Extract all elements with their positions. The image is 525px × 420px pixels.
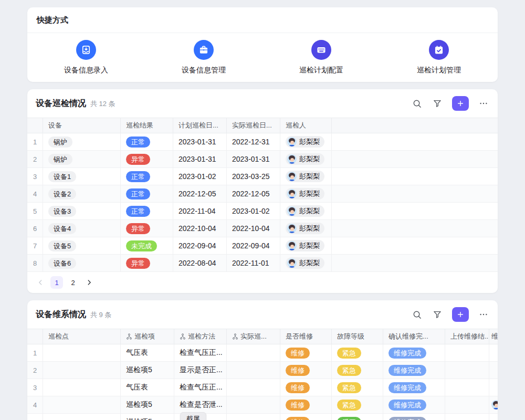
search-icon[interactable] (411, 98, 423, 109)
confirm-button[interactable]: 维修完成 (388, 365, 426, 376)
point-cell[interactable] (43, 396, 121, 413)
shortcut-device-entry[interactable]: 设备信息录入 (27, 40, 145, 75)
chevron-left-icon[interactable] (34, 276, 47, 289)
extra-cell[interactable] (489, 414, 498, 420)
table-row[interactable]: 5 设备3 正常 2022-11-04 2023-01-02 彭梨梨 (27, 203, 498, 220)
actual-cell[interactable] (227, 379, 280, 396)
column-header-item[interactable]: 巡检项 (121, 329, 174, 344)
point-cell[interactable] (43, 414, 121, 420)
person-chip[interactable]: 彭梨梨 (286, 257, 324, 269)
actual-date[interactable]: 2023-01-31 (227, 151, 280, 167)
table-row[interactable]: 2 锅炉 异常 2023-01-31 2023-01-31 彭梨梨 (27, 151, 498, 168)
repair-badge[interactable]: 维修 (286, 417, 310, 420)
extra-cell[interactable] (489, 396, 498, 413)
upload-cell[interactable] (445, 379, 489, 396)
column-header-confirm[interactable]: 确认维修完... (383, 329, 445, 344)
add-record-button[interactable] (452, 307, 469, 322)
upload-cell[interactable] (445, 396, 489, 413)
planned-date[interactable]: 2022-10-04 (173, 220, 227, 237)
repair-badge[interactable]: 维修 (286, 348, 310, 359)
planned-date[interactable]: 2023-01-31 (173, 133, 227, 150)
column-header-extra[interactable]: 维... (489, 329, 498, 344)
actual-date[interactable]: 2023-03-25 (227, 168, 280, 185)
actual-cell[interactable] (227, 362, 280, 379)
shortcut-plan-manage[interactable]: 巡检计划管理 (380, 40, 498, 75)
extra-cell[interactable] (489, 344, 498, 361)
item-cell[interactable]: 气压表 (121, 344, 174, 361)
person-chip[interactable]: 彭梨梨 (286, 153, 324, 165)
result-badge[interactable]: 正常 (126, 136, 150, 148)
level-badge[interactable]: 紧急 (337, 348, 361, 359)
device-tag[interactable]: 锅炉 (48, 136, 72, 148)
extra-cell[interactable] (489, 379, 498, 396)
table-row[interactable]: 7 设备5 未完成 2022-09-04 2022-09-04 彭梨梨 (27, 237, 498, 255)
planned-date[interactable]: 2022-08-04 (173, 255, 227, 271)
shortcut-device-manage[interactable]: 设备信息管理 (145, 40, 262, 75)
device-tag[interactable]: 设备1 (48, 171, 76, 182)
column-header-person[interactable]: 巡检人 (280, 118, 332, 133)
table-row[interactable]: 8 设备6 异常 2022-08-04 2022-11-01 彭梨梨 (27, 255, 498, 272)
person-chip[interactable]: 彭梨梨 (286, 205, 324, 217)
device-tag[interactable]: 设备4 (48, 223, 76, 234)
column-header-upload[interactable]: 上传维修结... (445, 329, 489, 344)
person-chip[interactable]: 彭梨梨 (286, 223, 324, 234)
method-cell[interactable]: 检查气压正... (174, 379, 227, 396)
repair-badge[interactable]: 维修 (286, 400, 310, 411)
actual-date[interactable]: 2023-01-02 (227, 203, 280, 219)
planned-date[interactable]: 2023-01-31 (173, 151, 227, 167)
column-header-point[interactable]: 巡检点 (43, 329, 121, 344)
person-chip[interactable]: 彭梨梨 (286, 188, 324, 200)
upload-cell[interactable] (445, 414, 489, 420)
table-row[interactable]: 6 设备4 异常 2022-10-04 2022-10-04 彭梨梨 (27, 220, 498, 237)
repair-badge[interactable]: 维修 (286, 365, 310, 376)
actual-date[interactable]: 2022-10-04 (227, 220, 280, 237)
table-row[interactable]: 5 巡检项5 显... 维修 重要 维修完成 (27, 414, 498, 420)
chevron-right-icon[interactable] (83, 276, 96, 289)
device-tag[interactable]: 锅炉 (48, 154, 72, 165)
point-cell[interactable] (43, 344, 121, 361)
actual-cell[interactable] (227, 344, 280, 361)
actual-cell[interactable] (227, 414, 280, 420)
table-row[interactable]: 1 锅炉 正常 2023-01-31 2022-12-31 彭梨梨 (27, 133, 498, 151)
actual-cell[interactable] (227, 396, 280, 413)
confirm-button[interactable]: 维修完成 (388, 417, 426, 420)
level-badge[interactable]: 重要 (337, 417, 361, 420)
column-header-method[interactable]: 巡检方法 (174, 329, 227, 344)
level-badge[interactable]: 紧急 (337, 400, 361, 411)
point-cell[interactable] (43, 362, 121, 379)
column-header-level[interactable]: 故障等级 (332, 329, 383, 344)
item-cell[interactable]: 巡检项5 (121, 362, 174, 379)
table-row[interactable]: 3 气压表 检查气压正... 维修 紧急 维修完成 (27, 379, 498, 396)
actual-date[interactable]: 2022-12-05 (227, 185, 280, 202)
upload-cell[interactable] (445, 362, 489, 379)
page-button-2[interactable]: 2 (67, 276, 79, 289)
planned-date[interactable]: 2022-11-04 (173, 203, 227, 219)
method-cell[interactable]: 检查是否泄... (174, 396, 227, 413)
filter-icon[interactable] (432, 309, 443, 320)
table-row[interactable]: 1 气压表 检查气压正... 维修 紧急 维修完成 (27, 344, 498, 362)
table-row[interactable]: 4 设备2 正常 2022-12-05 2022-12-05 彭梨梨 (27, 185, 498, 203)
column-header-repair[interactable]: 是否维修 (280, 329, 332, 344)
filter-icon[interactable] (432, 98, 443, 109)
result-badge[interactable]: 异常 (126, 258, 150, 269)
item-cell[interactable]: 气压表 (121, 379, 174, 396)
person-chip[interactable]: 彭梨梨 (286, 171, 324, 182)
confirm-button[interactable]: 维修完成 (388, 400, 426, 411)
result-badge[interactable]: 未完成 (126, 240, 157, 251)
more-icon[interactable] (478, 309, 489, 320)
result-badge[interactable]: 正常 (126, 206, 150, 217)
item-cell[interactable]: 巡检项5 (121, 414, 174, 420)
table-row[interactable]: 4 巡检项5 检查是否泄... 维修 紧急 维修完成 (27, 396, 498, 414)
actual-date[interactable]: 2022-09-04 (227, 237, 280, 254)
device-tag[interactable]: 设备3 (48, 206, 76, 217)
shortcut-plan-config[interactable]: 巡检计划配置 (262, 40, 380, 75)
actual-date[interactable]: 2022-11-01 (227, 255, 280, 271)
method-cell[interactable]: 显示是否正... (174, 362, 227, 379)
add-record-button[interactable] (452, 96, 469, 111)
column-header-actual[interactable]: 实际巡... (227, 329, 280, 344)
repair-badge[interactable]: 维修 (286, 382, 310, 393)
column-header-result[interactable]: 巡检结果 (121, 118, 173, 133)
table-row[interactable]: 2 巡检项5 显示是否正... 维修 紧急 维修完成 (27, 362, 498, 379)
search-icon[interactable] (411, 309, 423, 320)
person-chip[interactable]: 彭梨梨 (286, 240, 324, 251)
